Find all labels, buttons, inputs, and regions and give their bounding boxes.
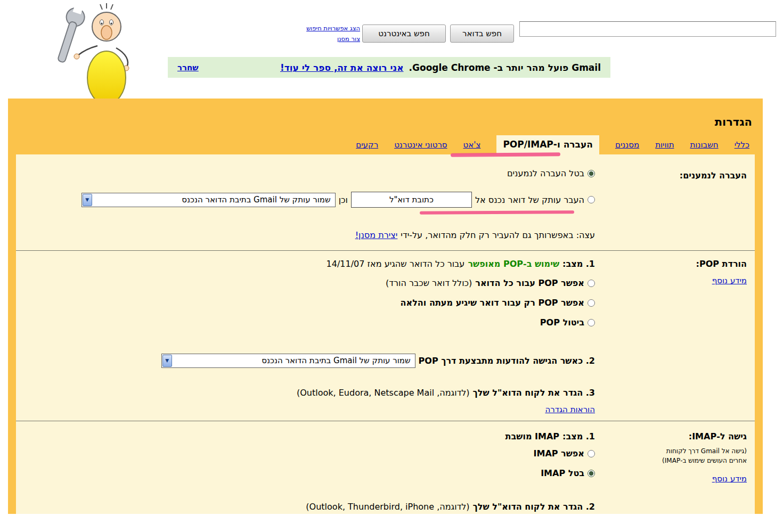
- imap-step2-partial-row: 2. הגדר את לקוח הדוא"ל שלך (לדוגמה, Outl…: [306, 502, 595, 512]
- imap-disable-label: בטל IMAP: [541, 468, 584, 478]
- chrome-promo-banner: Gmail פועל מהר יותר ב- Google Chrome. אנ…: [168, 57, 610, 78]
- create-filter-tip-link[interactable]: יצירת מסנן!: [355, 230, 398, 240]
- pop-disable-row: ביטול POP: [540, 317, 595, 328]
- imap-disable-row: בטל IMAP: [541, 468, 595, 478]
- imap-section-label: גישה ל-IMAP:: [689, 431, 747, 441]
- forwarding-tip: עצה: באפשרותך גם להעביר רק חלק מהדואר, ע…: [355, 230, 595, 240]
- forwarding-forward-radio[interactable]: [588, 196, 595, 203]
- pop-enable-all-radio[interactable]: [588, 280, 595, 287]
- search-web-button[interactable]: חפש באינטרנט: [362, 24, 446, 43]
- pop-copy-select[interactable]: שמור עותק של Gmail בתיבת הדואר הנכנס ▼: [161, 354, 415, 368]
- imap-learn-more-link[interactable]: מידע נוסף: [712, 474, 747, 484]
- pop-enable-from-now-row: אפשר POP רק עבור דואר שיגיע מעתה והלאה: [401, 298, 595, 308]
- imap-step2-partial-note: (לדוגמה, Outlook, Thunderbird, iPhone): [306, 502, 469, 512]
- pop-instructions-link[interactable]: הוראות הגדרה: [545, 405, 595, 414]
- pop-status-number: 1. מצב:: [562, 259, 595, 269]
- pop-section-label: הורדת POP:: [696, 259, 747, 269]
- create-filter-link[interactable]: צור מסנן: [290, 34, 360, 44]
- and-label: וכן: [339, 195, 348, 205]
- tab-web-clips[interactable]: סרטוני אינטרנט: [394, 140, 447, 150]
- forwarding-section-label: העברה לנמענים:: [680, 170, 747, 181]
- imap-enable-label: אפשר IMAP: [534, 448, 585, 459]
- imap-status-number: 1. מצב:: [562, 431, 595, 441]
- tab-accounts[interactable]: חשבונות: [690, 140, 719, 150]
- mascot-head: [92, 3, 121, 41]
- forwarding-forward-row: העבר עותק של דואר נכנס אל וכן שמור עותק …: [81, 191, 595, 209]
- wrench-icon: [52, 2, 88, 64]
- section-divider-1: [16, 250, 755, 251]
- pop-enable-all-label: אפשר POP עבור כל הדואר: [475, 278, 584, 288]
- pop-step2-row: 2. כאשר הגישה להודעות מתבצעת דרך POP שמו…: [161, 353, 595, 369]
- tab-chat[interactable]: צ'אט: [463, 140, 481, 150]
- pop-status-rest: עבור כל הדואר שהגיע מאז 14/11/07: [327, 259, 465, 269]
- pop-status-enabled: שימוש ב-POP מאופשר: [468, 259, 559, 269]
- settings-content: העברה לנמענים: בטל העברה לנמענים העבר עו…: [16, 154, 755, 514]
- pop-step3-note: (לדוגמה, Outlook, Eudora, Netscape Mail): [297, 388, 470, 398]
- pop-enable-from-now-radio[interactable]: [588, 299, 595, 307]
- forwarding-disable-row: בטל העברה לנמענים: [507, 168, 595, 178]
- promo-message: Gmail פועל מהר יותר ב- Google Chrome.: [409, 62, 601, 73]
- imap-status-value: IMAP מושבת: [505, 431, 559, 441]
- search-input[interactable]: [519, 21, 776, 37]
- promo-cta-link[interactable]: אני רוצה את זה, ספר לי עוד!: [280, 62, 404, 73]
- tab-general[interactable]: כללי: [735, 140, 749, 150]
- pop-step3-row: 3. הגדר את לקוח הדוא"ל שלך (לדוגמה, Outl…: [297, 388, 595, 398]
- tab-forwarding-pop-imap[interactable]: העברה ו-POP/IMAP: [496, 135, 599, 154]
- pop-step3-label: 3. הגדר את לקוח הדוא"ל שלך: [473, 388, 595, 398]
- forwarding-copy-select[interactable]: שמור עותק של Gmail בתיבת הדואר הנכנס ▼: [81, 193, 336, 207]
- settings-panel: הגדרות כללי חשבונות תוויות מסננים העברה …: [8, 99, 763, 514]
- tip-text: עצה: באפשרותך גם להעביר רק חלק מהדואר, ע…: [401, 230, 595, 240]
- forwarding-forward-label: העבר עותק של דואר נכנס אל: [475, 195, 584, 205]
- settings-tabs: כללי חשבונות תוויות מסננים העברה ו-POP/I…: [8, 135, 763, 154]
- imap-section-note: (גישה אל Gmail דרך לקוחות אחרים העושים ש…: [652, 446, 747, 465]
- imap-enable-row: אפשר IMAP: [534, 448, 596, 459]
- imap-status-row: 1. מצב: IMAP מושבת: [505, 431, 595, 441]
- imap-enable-radio[interactable]: [588, 450, 595, 457]
- pop-step2-label: 2. כאשר הגישה להודעות מתבצעת דרך POP: [419, 356, 595, 366]
- gmail-settings-page: חפש בדואר חפש באינטרנט הצג אפשרויות חיפו…: [0, 0, 783, 532]
- pop-enable-all-row: אפשר POP עבור כל הדואר (כולל דואר שכבר ה…: [386, 278, 595, 288]
- pop-disable-radio[interactable]: [588, 319, 595, 326]
- tab-labels[interactable]: תוויות: [655, 140, 674, 150]
- imap-step2-partial-label: 2. הגדר את לקוח הדוא"ל שלך: [473, 502, 595, 512]
- forwarding-disable-label: בטל העברה לנמענים: [507, 168, 584, 178]
- pop-disable-label: ביטול POP: [540, 317, 584, 328]
- show-search-options-link[interactable]: הצג אפשרויות חיפוש: [290, 23, 360, 34]
- promo-dismiss-link[interactable]: שחרר: [177, 63, 199, 72]
- pop-learn-more-link[interactable]: מידע נוסף: [712, 276, 747, 285]
- dropdown-arrow-icon: ▼: [83, 194, 92, 206]
- pop-enable-all-note: (כולל דואר שכבר הורד): [386, 278, 472, 288]
- tab-themes[interactable]: רקעים: [356, 140, 378, 150]
- pop-status-row: 1. מצב: שימוש ב-POP מאופשר עבור כל הדואר…: [327, 259, 595, 269]
- pop-copy-select-value: שמור עותק של Gmail בתיבת הדואר הנכנס: [173, 354, 415, 367]
- dropdown-arrow-icon: ▼: [162, 355, 172, 367]
- search-mail-button[interactable]: חפש בדואר: [450, 24, 514, 43]
- imap-disable-radio[interactable]: [588, 470, 595, 477]
- forwarding-copy-select-value: שמור עותק של Gmail בתיבת הדואר הנכנס: [93, 193, 335, 207]
- tab-filters[interactable]: מסננים: [615, 140, 639, 150]
- pink-underline-annotation-tab: [451, 152, 560, 157]
- search-links: הצג אפשרויות חיפוש צור מסנן: [290, 23, 360, 44]
- page-title: הגדרות: [715, 116, 752, 128]
- section-divider-2: [16, 421, 755, 421]
- pop-enable-from-now-label: אפשר POP רק עבור דואר שיגיע מעתה והלאה: [401, 298, 584, 308]
- forwarding-disable-radio[interactable]: [588, 170, 595, 177]
- forward-email-input[interactable]: [351, 192, 472, 208]
